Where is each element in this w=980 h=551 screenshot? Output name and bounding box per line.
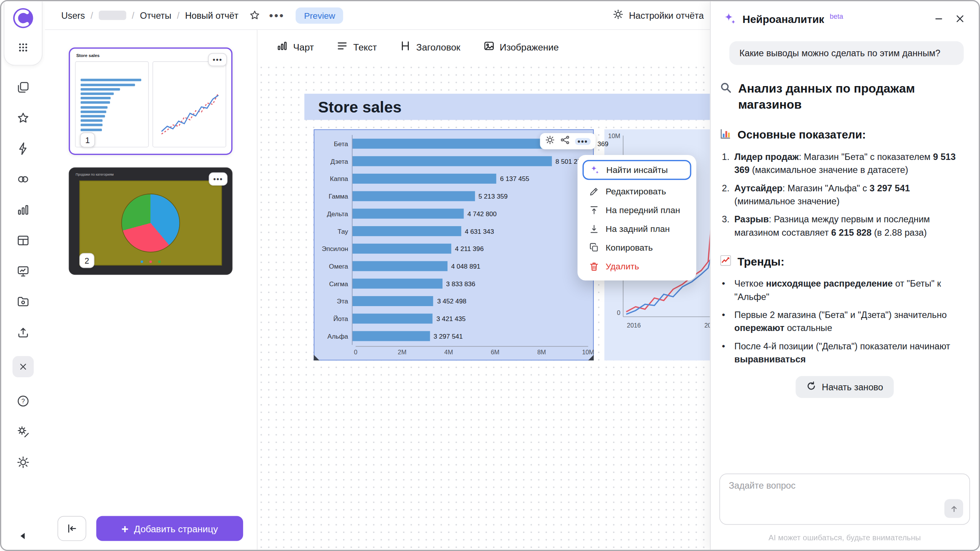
add-chart-button[interactable]: Чарт [276, 40, 314, 54]
breadcrumb-item-users[interactable]: Users [61, 10, 85, 20]
y-tick: 10M [608, 132, 621, 139]
image-icon [483, 40, 495, 54]
breadcrumb-item-hidden[interactable] [99, 11, 126, 20]
list-bullet: • [722, 340, 725, 353]
datalens-logo-icon[interactable] [13, 8, 34, 31]
x-tick: 2016 [627, 322, 641, 329]
bar-category-label: Каппа [319, 175, 352, 183]
menu-item-delete[interactable]: Удалить [583, 257, 691, 276]
x-tick: 0 [354, 349, 357, 355]
more-actions-icon[interactable]: ••• [269, 12, 285, 18]
thumbnail-more-icon[interactable]: ••• [208, 53, 227, 66]
collapse-pages-panel-button[interactable] [57, 516, 86, 541]
favorites-star-icon[interactable] [16, 111, 30, 125]
settings-gear-icon[interactable] [16, 455, 30, 469]
bar [353, 191, 475, 201]
x-tick: 8M [537, 349, 546, 355]
x-tick: 10M [582, 349, 594, 355]
menu-item-find-insights[interactable]: Найти инсайты [583, 160, 691, 180]
bar [353, 261, 448, 271]
pie-legend [80, 261, 221, 263]
resize-handle[interactable] [314, 355, 320, 360]
left-nav-rail: ? [1, 1, 45, 549]
preview-button[interactable]: Preview [296, 7, 343, 23]
close-nav-button[interactable] [13, 356, 34, 378]
add-text-button[interactable]: Текст [336, 40, 377, 54]
canvas-toolbar: Чарт Текст Заголовок Изображение [258, 30, 710, 64]
editor-main: Чарт Текст Заголовок Изображение Store s… [258, 30, 710, 549]
bar [353, 174, 497, 184]
bar-value-label: 4 742 800 [467, 210, 497, 218]
resize-handle[interactable] [588, 355, 594, 360]
metrics-list: 1. Лидер продаж: Магазин "Бета" с показа… [720, 150, 965, 239]
bar [353, 296, 433, 306]
trash-icon [588, 261, 599, 272]
menu-item-copy[interactable]: Копировать [583, 238, 691, 257]
datasets-icon[interactable] [16, 173, 30, 186]
menu-item-edit[interactable]: Редактировать [583, 182, 691, 201]
bar-category-label: Сигма [319, 280, 352, 287]
menu-item-send-back[interactable]: На задний план [583, 219, 691, 238]
report-canvas[interactable]: Store sales Бета9 513 369 Дзета8 501 271… [258, 64, 710, 550]
menu-item-bring-front[interactable]: На передний план [583, 201, 691, 219]
bar [353, 279, 443, 289]
thumbnail-pie-chart [79, 181, 222, 266]
bar-chart-widget[interactable]: Бета9 513 369 Дзета8 501 271 Каппа6 137 … [314, 129, 594, 360]
report-settings-button[interactable]: Настройки отчёта [613, 9, 713, 22]
page-number-badge[interactable]: 1 [80, 132, 95, 147]
bar-value-label: 4 631 343 [465, 227, 494, 235]
close-icon[interactable] [955, 14, 965, 26]
tables-icon[interactable] [16, 234, 30, 248]
add-heading-label: Заголовок [416, 42, 460, 52]
bar [353, 244, 451, 254]
title-widget[interactable]: Store sales [304, 94, 710, 120]
minimize-icon[interactable] [934, 14, 944, 26]
bar-value-label: 3 833 836 [446, 280, 475, 287]
send-button[interactable] [944, 499, 963, 518]
bar-chart-emoji-icon [719, 127, 732, 143]
page-thumbnail-2[interactable]: Продажи по категориям ••• 2 [69, 168, 233, 275]
bar-category-label: Дзета [319, 157, 352, 165]
page-thumbnail-1[interactable]: Store sales [69, 47, 233, 155]
text-icon [336, 40, 348, 54]
add-text-label: Текст [353, 42, 377, 52]
dashboards-icon[interactable] [16, 264, 30, 278]
add-heading-button[interactable]: Заголовок [399, 40, 460, 54]
list-bullet: • [722, 277, 725, 290]
quick-actions-icon[interactable] [16, 142, 30, 156]
bar-category-label: Эта [319, 297, 352, 305]
bar-value-label: 4 211 396 [455, 245, 483, 253]
page-number-badge[interactable]: 2 [79, 253, 94, 268]
widget-more-icon[interactable]: ••• [575, 138, 590, 145]
collections-icon[interactable] [16, 81, 30, 95]
trend-emoji-icon [719, 254, 732, 270]
apps-grid-icon[interactable] [17, 41, 29, 56]
ai-question-input[interactable] [729, 481, 962, 517]
help-icon[interactable]: ? [16, 394, 30, 408]
bar-value-label: 3 421 435 [436, 315, 466, 323]
thumbnail-more-icon[interactable]: ••• [209, 173, 227, 186]
chart-context-menu: Найти инсайты Редактировать На передний … [578, 155, 696, 280]
bar-row: Дзета8 501 271 [319, 152, 587, 170]
copy-icon [588, 242, 599, 253]
widget-settings-gear-icon[interactable] [545, 135, 555, 148]
service-settings-icon[interactable] [16, 425, 30, 439]
collapse-nav-icon[interactable] [17, 530, 29, 544]
upload-icon[interactable] [16, 326, 30, 339]
analysis-heading: Анализ данных по продажам магазинов [719, 80, 965, 112]
add-image-button[interactable]: Изображение [483, 40, 559, 54]
y-tick: 0 [617, 309, 620, 316]
favorite-star-icon[interactable] [248, 9, 260, 21]
add-page-button[interactable]: + Добавить страницу [96, 516, 243, 541]
trends-list: • Четкое нисходящее распределение от "Бе… [720, 277, 965, 366]
charts-icon[interactable] [16, 203, 30, 217]
restart-button[interactable]: Начать заново [795, 376, 894, 398]
widget-relations-icon[interactable] [560, 135, 570, 148]
bar-row: Альфа3 297 541 [319, 328, 587, 345]
bar-chart-rows: Бета9 513 369 Дзета8 501 271 Каппа6 137 … [319, 135, 587, 345]
breadcrumb-item-reports[interactable]: Отчеты [140, 10, 172, 20]
breadcrumb-item-current: Новый отчёт [185, 10, 238, 20]
text-segment: выравниваться [734, 354, 805, 364]
widget-toolbar: ••• [540, 133, 596, 149]
storage-folder-icon[interactable] [16, 295, 30, 309]
